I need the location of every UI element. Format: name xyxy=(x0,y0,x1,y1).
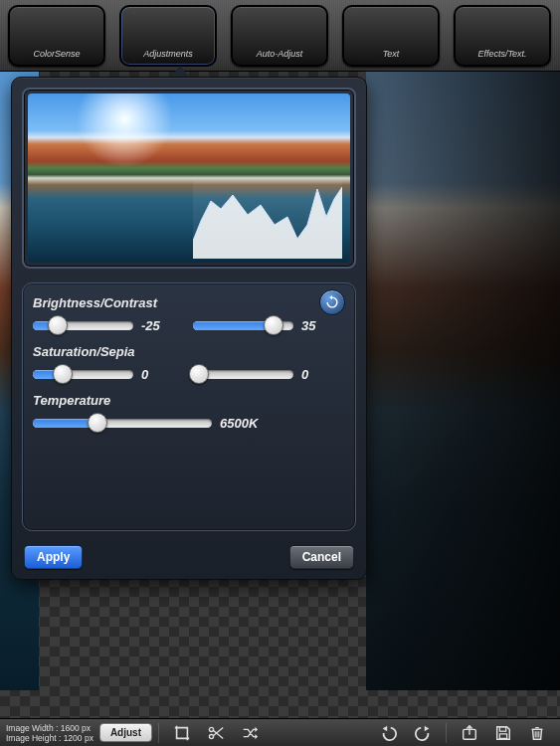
sepia-value: 0 xyxy=(301,367,345,382)
apply-button[interactable]: Apply xyxy=(24,545,83,569)
save-icon[interactable] xyxy=(489,723,517,743)
undo-icon[interactable] xyxy=(375,723,403,743)
histogram xyxy=(193,181,342,259)
separator xyxy=(158,723,159,743)
brightness-slider[interactable] xyxy=(33,316,133,334)
cancel-button[interactable]: Cancel xyxy=(289,545,354,569)
shuffle-icon[interactable] xyxy=(236,723,264,743)
separator xyxy=(446,723,447,743)
saturation-slider[interactable] xyxy=(33,365,133,383)
top-toolbar: ColorSense Adjustments Auto-Adjust Abc xyxy=(0,0,560,72)
temperature-label: Temperature xyxy=(33,393,345,408)
toolbar-adjustments[interactable]: Adjustments xyxy=(119,5,217,67)
image-dimensions: Image Width : 1600 px Image Height : 120… xyxy=(6,723,93,743)
toolbar-label: ColorSense xyxy=(33,49,80,59)
brightness-value: -25 xyxy=(141,318,185,333)
trash-icon[interactable] xyxy=(523,723,551,743)
toolbar-label: Adjustments xyxy=(143,49,193,59)
reset-button[interactable] xyxy=(319,289,345,315)
adjust-button[interactable]: Adjust xyxy=(99,723,152,742)
toolbar-label: Text xyxy=(383,49,400,59)
adjustments-popup: Brightness/Contrast -25 35 Saturation/Se… xyxy=(11,77,367,580)
sepia-slider[interactable] xyxy=(193,365,293,383)
toolbar-text[interactable]: Abc Text xyxy=(342,5,440,67)
toolbar-colorsense[interactable]: ColorSense xyxy=(8,5,105,67)
saturation-sepia-label: Saturation/Sepia xyxy=(33,344,345,359)
popup-actions: Apply Cancel xyxy=(22,539,356,569)
contrast-slider[interactable] xyxy=(193,316,293,334)
toolbar-label: Effects/Text. xyxy=(477,49,526,59)
brightness-contrast-label: Brightness/Contrast xyxy=(33,295,345,310)
adjustment-controls: Brightness/Contrast -25 35 Saturation/Se… xyxy=(22,282,356,531)
saturation-value: 0 xyxy=(141,367,185,382)
toolbar-auto-adjust[interactable]: Auto-Adjust xyxy=(231,5,328,67)
svg-rect-9 xyxy=(499,733,506,738)
canvas-photo-right xyxy=(366,72,560,690)
temperature-slider[interactable] xyxy=(33,414,212,432)
status-bar: Image Width : 1600 px Image Height : 120… xyxy=(0,718,560,746)
scissors-icon[interactable] xyxy=(202,723,230,743)
contrast-value: 35 xyxy=(301,318,345,333)
toolbar-effects[interactable]: Fx Effects/Text. xyxy=(454,5,551,67)
share-icon[interactable] xyxy=(456,723,483,743)
redo-icon[interactable] xyxy=(409,723,437,743)
toolbar-label: Auto-Adjust xyxy=(257,49,303,59)
crop-icon[interactable] xyxy=(168,723,196,743)
temperature-value: 6500K xyxy=(220,416,280,431)
preview-frame xyxy=(22,88,356,269)
popup-arrow xyxy=(171,66,189,77)
